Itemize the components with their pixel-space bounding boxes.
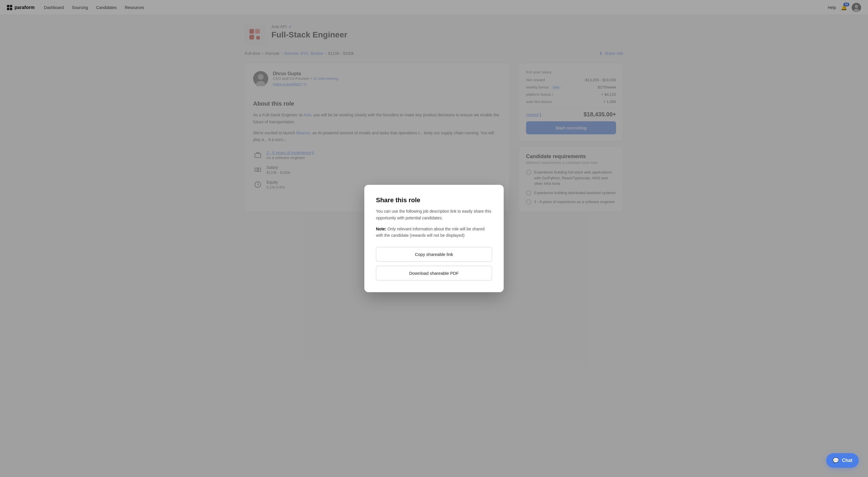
modal-overlay[interactable]: Share this role You can use the followin… xyxy=(0,0,868,221)
share-role-modal: Share this role You can use the followin… xyxy=(364,185,504,221)
modal-description: You can use the following job descriptio… xyxy=(376,208,492,221)
modal-title: Share this role xyxy=(376,196,492,204)
